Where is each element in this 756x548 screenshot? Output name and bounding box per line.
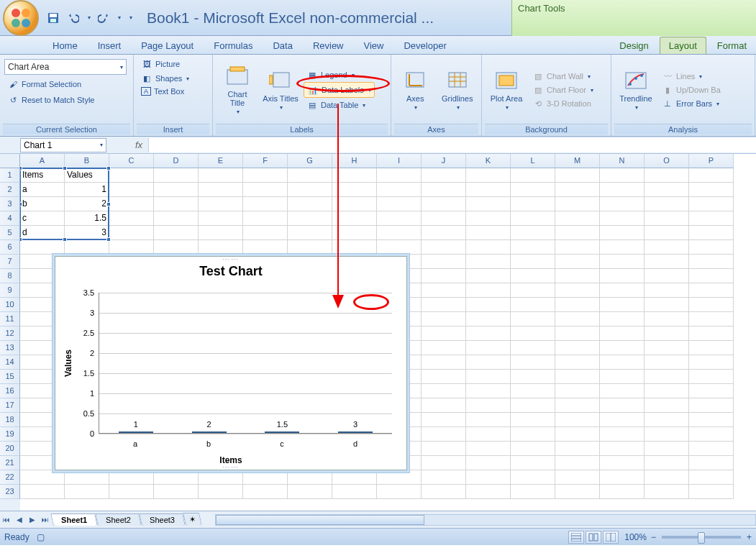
col-header[interactable]: I [377,154,422,168]
cell[interactable] [511,197,555,211]
cell[interactable] [645,298,689,312]
cell[interactable] [689,269,734,283]
cell[interactable] [689,398,734,413]
cell[interactable] [645,355,689,370]
row-header[interactable]: 12 [0,326,20,341]
legend-button[interactable]: ▦Legend▾ [304,68,375,81]
cell[interactable] [555,341,600,355]
cell[interactable] [645,255,689,269]
cell[interactable] [555,442,600,456]
cell[interactable] [555,298,600,312]
bar[interactable] [265,431,299,433]
row-header[interactable]: 7 [0,255,20,269]
cell[interactable]: 1.5 [65,211,109,226]
cell[interactable] [109,470,154,485]
col-header[interactable]: G [288,154,332,168]
row-header[interactable]: 9 [0,283,20,298]
cell[interactable] [422,197,466,211]
cell[interactable] [645,413,689,427]
bar-data-label[interactable]: 1.5 [260,420,304,429]
chart-title[interactable]: Test Chart [55,264,406,279]
name-box[interactable]: Chart 1▾ [20,138,106,152]
gridlines-button[interactable]: Gridlines▾ [438,61,478,119]
cell[interactable] [288,470,332,485]
cell[interactable] [689,485,734,499]
col-header[interactable]: O [645,154,689,168]
cell[interactable]: b [20,197,65,211]
cell[interactable] [689,168,734,183]
cell[interactable] [645,269,689,283]
cell[interactable] [689,240,734,255]
cell[interactable] [466,413,511,427]
sheet-tab-1[interactable]: Sheet1 [50,513,98,526]
cell[interactable] [377,240,422,255]
cell[interactable] [243,240,288,255]
cell[interactable] [199,183,243,197]
cell[interactable] [199,470,243,485]
new-sheet-button[interactable]: ✶ [183,513,202,526]
cell[interactable] [600,312,645,326]
cell[interactable] [109,168,154,183]
cell[interactable] [109,240,154,255]
col-header[interactable]: L [511,154,555,168]
cell[interactable] [422,413,466,427]
row-header[interactable]: 15 [0,370,20,384]
cell[interactable] [422,485,466,499]
cell[interactable] [689,326,734,341]
cell[interactable] [466,427,511,442]
cell[interactable] [555,456,600,470]
tab-format[interactable]: Format [708,37,756,54]
cell[interactable] [689,370,734,384]
cell[interactable] [199,211,243,226]
cell[interactable] [466,240,511,255]
cell[interactable] [332,168,377,183]
cell[interactable] [511,456,555,470]
data-table-button[interactable]: ▤Data Table▾ [304,99,375,111]
shapes-button[interactable]: ◧Shapes▾ [138,72,192,85]
fx-icon[interactable]: fx [135,140,142,150]
cell[interactable] [511,183,555,197]
cell[interactable] [555,197,600,211]
cell[interactable] [422,211,466,226]
row-header[interactable]: 16 [0,384,20,398]
horizontal-scrollbar[interactable] [215,514,756,526]
cell[interactable] [332,485,377,499]
cell[interactable] [288,183,332,197]
cell[interactable] [243,183,288,197]
tab-data[interactable]: Data [263,37,301,54]
cell[interactable] [645,398,689,413]
cell[interactable] [645,384,689,398]
column-headers[interactable]: ABCDEFGHIJKLMNOP [20,154,756,168]
cell[interactable] [555,355,600,370]
cell[interactable] [199,197,243,211]
cell[interactable] [645,341,689,355]
cell[interactable] [466,298,511,312]
undo-button[interactable] [66,11,81,25]
cell[interactable] [65,485,109,499]
cells-area[interactable]: ItemsValuesa1b2c1.5d3 ⋯⋯ ⋯⋯ Test Chart V… [20,168,756,499]
cell[interactable] [199,168,243,183]
cell[interactable] [466,211,511,226]
cell[interactable] [689,427,734,442]
cell[interactable] [332,197,377,211]
row-header[interactable]: 21 [0,456,20,470]
office-button[interactable] [3,0,39,36]
tab-design[interactable]: Design [610,37,657,54]
cell[interactable] [555,183,600,197]
cell[interactable] [645,470,689,485]
cell[interactable]: d [20,226,65,240]
picture-button[interactable]: 🖼Picture [138,58,183,70]
row-header[interactable]: 20 [0,442,20,456]
chart-wall-button[interactable]: ▧Chart Wall▾ [529,70,596,83]
tab-review[interactable]: Review [304,37,353,54]
cell[interactable] [154,168,199,183]
cell[interactable] [377,226,422,240]
cell[interactable] [288,197,332,211]
cell[interactable] [422,312,466,326]
zoom-level[interactable]: 100% [624,532,647,542]
col-header[interactable]: A [20,154,65,168]
cell[interactable] [555,470,600,485]
cell[interactable] [600,255,645,269]
cell[interactable] [645,168,689,183]
cell[interactable] [20,240,65,255]
